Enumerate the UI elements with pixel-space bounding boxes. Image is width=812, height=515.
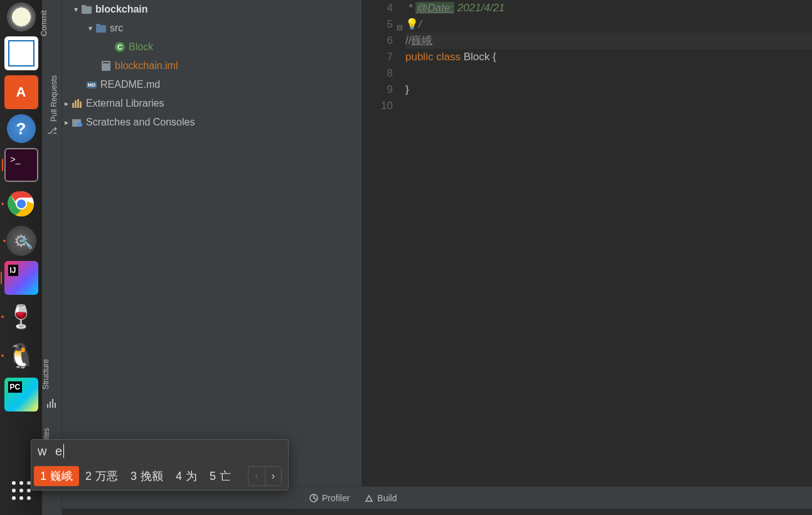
line-number: 4 — [361, 0, 393, 16]
ime-popup: w e 1巍峨 2万恶 3挽额 4为 5亡 ‹ › — [31, 439, 289, 491]
javadoc-date-tag: @Date: — [415, 2, 454, 14]
ime-candidate-3[interactable]: 3挽额 — [124, 466, 169, 486]
launcher-software-icon[interactable]: A — [4, 75, 38, 109]
tree-readme-file[interactable]: MD README.md — [62, 75, 361, 94]
launcher-wine-icon[interactable]: 🍷 — [4, 300, 38, 334]
code-area[interactable]: * @Date: 2021/4/21 💡/ //巍峨 public class … — [405, 0, 812, 486]
tree-label: Scratches and Consoles — [86, 117, 195, 128]
editor-gutter: 4 ⊟5 6 7 8 9 10 — [361, 0, 405, 486]
tree-label: src — [110, 23, 123, 34]
chevron-down-icon[interactable] — [86, 24, 95, 33]
ime-candidate-4[interactable]: 4为 — [169, 466, 203, 486]
build-label: Build — [377, 493, 397, 503]
line-number: 9 — [361, 82, 393, 98]
profiler-label: Profiler — [322, 493, 350, 503]
comment-text: 巍峨 — [411, 35, 432, 46]
line-number: 7 — [361, 49, 393, 65]
ime-nav: ‹ › — [248, 466, 282, 486]
fold-icon[interactable]: ⊟ — [397, 19, 403, 36]
tree-iml-file[interactable]: blockchain.iml — [62, 56, 361, 75]
structure-tool-label[interactable]: Structure — [41, 359, 50, 390]
line-number: 8 — [361, 65, 393, 82]
ubuntu-launcher: A ? >_ ⚙🔧 IJ 🍷 🐧 PC — [0, 0, 42, 515]
ime-candidate-1[interactable]: 1巍峨 — [34, 466, 79, 486]
tree-external-libs[interactable]: External Libraries — [62, 94, 361, 113]
project-tree-panel: blockchain src C Block blockchain.iml MD… — [62, 0, 361, 486]
ime-prev-button[interactable]: ‹ — [248, 467, 265, 486]
svg-rect-14 — [75, 100, 77, 108]
svg-rect-8 — [82, 5, 86, 8]
ime-candidate-5[interactable]: 5亡 — [203, 466, 237, 486]
markdown-icon: MD — [85, 82, 98, 88]
svg-rect-4 — [50, 401, 51, 408]
scratches-icon — [71, 118, 83, 127]
tree-block-class[interactable]: C Block — [62, 38, 361, 56]
launcher-terminal-icon[interactable]: >_ — [4, 148, 38, 182]
launcher-disk-icon[interactable] — [7, 3, 36, 31]
tree-label: External Libraries — [86, 98, 164, 109]
class-name: Block — [464, 51, 490, 63]
tree-label: blockchain.iml — [115, 60, 178, 72]
class-icon: C — [114, 42, 126, 52]
javadoc-date-value: 2021/4/21 — [457, 2, 505, 14]
line-number: 10 — [361, 98, 393, 114]
file-icon — [100, 61, 112, 71]
ime-candidate-2[interactable]: 2万恶 — [79, 466, 124, 486]
svg-rect-10 — [96, 24, 100, 26]
library-icon — [71, 99, 83, 108]
keyword-class: class — [436, 51, 461, 63]
brace-close: } — [405, 83, 409, 95]
build-icon — [365, 494, 373, 502]
launcher-qq-icon[interactable]: 🐧 — [4, 339, 38, 373]
launcher-help-icon[interactable]: ? — [7, 114, 36, 143]
ime-next-button[interactable]: › — [265, 467, 281, 486]
svg-rect-13 — [72, 103, 74, 108]
line-number: 5 — [387, 18, 393, 30]
svg-rect-6 — [55, 403, 56, 408]
launcher-chrome-icon[interactable] — [4, 187, 38, 221]
svg-rect-12 — [103, 62, 109, 63]
build-tool-button[interactable]: Build — [365, 493, 397, 503]
ime-input-text: w e — [38, 444, 65, 459]
launcher-intellij-icon[interactable]: IJ — [4, 261, 38, 295]
launcher-libreoffice-icon[interactable] — [4, 36, 38, 70]
chevron-down-icon[interactable] — [72, 5, 80, 14]
folder-icon — [95, 24, 107, 33]
line-number: 6 — [361, 33, 393, 49]
tree-src-folder[interactable]: src — [62, 19, 361, 38]
svg-rect-15 — [77, 99, 79, 108]
tree-scratches[interactable]: Scratches and Consoles — [62, 113, 361, 132]
folder-icon — [80, 5, 93, 14]
svg-rect-5 — [52, 399, 53, 408]
structure-icon[interactable] — [47, 399, 56, 408]
chevron-right-icon[interactable] — [62, 99, 71, 108]
tree-label: Block — [129, 41, 153, 53]
tree-project-root[interactable]: blockchain — [62, 0, 361, 19]
chevron-right-icon[interactable] — [62, 118, 71, 127]
pull-requests-tool-label[interactable]: Pull Requests — [50, 75, 58, 122]
tree-label: README.md — [100, 79, 160, 90]
svg-rect-3 — [47, 404, 48, 408]
ime-input-area[interactable]: w e — [31, 440, 288, 462]
profiler-tool-button[interactable]: Profiler — [309, 493, 350, 503]
code-editor[interactable]: 4 ⊟5 6 7 8 9 10 * @Date: 2021/4/21 💡/ //… — [361, 0, 812, 486]
ide-tool-strip: Commit Pull Requests ⎇ Structure Favorit… — [42, 0, 62, 515]
keyword-public: public — [405, 51, 433, 63]
launcher-pycharm-icon[interactable]: PC — [4, 378, 38, 411]
commit-tool-label[interactable]: Commit — [40, 10, 48, 36]
lightbulb-icon[interactable]: 💡 — [405, 18, 419, 30]
brace-open: { — [493, 51, 496, 63]
vcs-icon[interactable]: ⎇ — [47, 125, 57, 135]
launcher-settings-icon[interactable]: ⚙🔧 — [6, 226, 36, 256]
tree-label: blockchain — [95, 4, 148, 15]
ime-candidates: 1巍峨 2万恶 3挽额 4为 5亡 ‹ › — [31, 462, 288, 490]
profiler-icon — [309, 494, 318, 502]
svg-rect-16 — [80, 102, 82, 108]
